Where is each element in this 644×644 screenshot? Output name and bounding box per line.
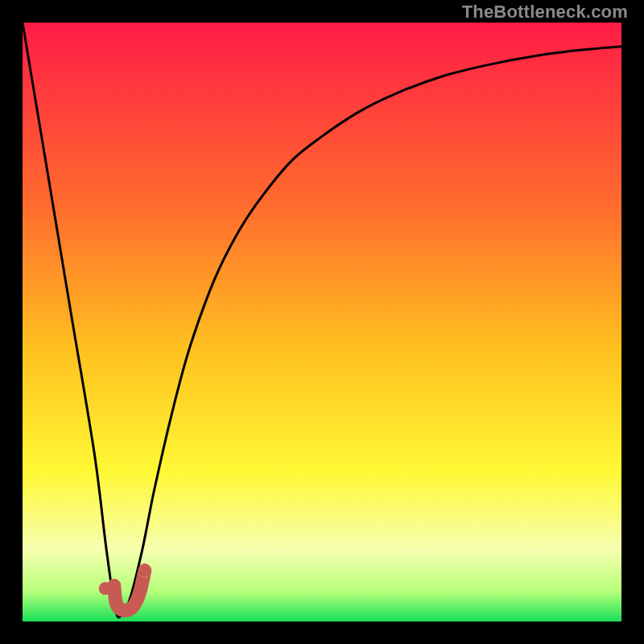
watermark-text: TheBottleneck.com bbox=[462, 2, 628, 23]
bottleneck-chart bbox=[23, 23, 621, 621]
min-marker-dot bbox=[99, 582, 112, 595]
chart-frame: TheBottleneck.com bbox=[0, 0, 644, 644]
plot-background bbox=[23, 23, 621, 621]
